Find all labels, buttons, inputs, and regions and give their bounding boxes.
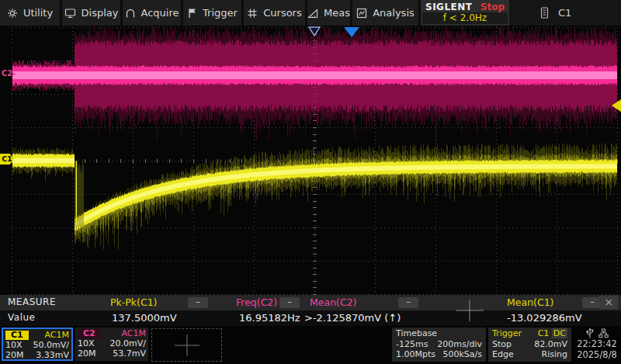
menu-display[interactable]: Display [62,0,123,26]
trigger-slope: Rising [542,349,567,360]
analysis-icon [356,8,367,19]
c1-coupling: AC1M [44,330,69,340]
measure-2-value: 16.95182Hz [239,312,300,324]
cursors-icon [247,8,258,19]
timebase-memory: 1.00Mpts [396,349,435,360]
c2-bandwidth: 20M [78,348,96,359]
menu-trigger[interactable]: Trigger [183,0,244,26]
menu-analysis-label: Analysis [373,7,415,19]
c2-offset: 53.7mV [113,348,146,359]
channel-box-c2[interactable]: C2 AC1M 10X 20.0mV/ 20M 53.7mV [75,328,148,361]
timebase-sample-rate: 500kSa/s [442,349,482,360]
c2-badge: C2 [78,329,101,338]
measure-1-remove-button[interactable]: – [188,297,208,308]
waveform-canvas[interactable] [0,26,621,295]
measure-panel: MEASURE Value Pk-Pk(C1) – 137.5000mV Fre… [0,295,621,326]
trigger-source-indicator: C1 [558,7,571,19]
measure-1-name: Pk-Pk(C1) [110,296,158,308]
waveform-display[interactable]: C2▸ C1 [0,26,621,295]
c2-coupling: AC1M [121,328,146,338]
measure-panel-title: MEASURE [8,296,56,307]
usb-icon [586,328,594,338]
menu-analysis[interactable]: Analysis [352,0,421,26]
menu-meas[interactable]: Meas [307,0,352,26]
gear-icon [7,8,18,19]
menu-display-label: Display [82,7,119,19]
menu-utility-label: Utility [23,7,53,19]
plus-icon [170,333,204,358]
notification-list-icon[interactable] [540,7,549,19]
menu-acquire[interactable]: Acquire [123,0,183,26]
menu-cursors[interactable]: Cursors [244,0,307,26]
brand-status-box: SIGLENT Stop f < 2.0Hz [421,0,509,26]
frequency-counter: f < 2.0Hz [422,12,508,24]
trigger-level-value: 82.0mV [534,339,567,350]
status-bar: C1 AC1M 10X 50.0mV/ 20M 3.33mV C2 AC1M 1… [0,326,621,364]
c2-probe: 10X [78,338,95,348]
menu-bar: Utility Display Acquire Trigger Cursors … [0,0,621,26]
c1-scale: 50.0mV/ [33,340,69,350]
system-date: 2025/8/8 [573,349,621,360]
measure-value-row-label: Value [8,312,35,323]
c1-badge: C1 [5,331,29,340]
system-time: 22:23:42 [573,338,621,349]
measure-close-button[interactable]: × [599,296,618,309]
trigger-position-marker[interactable] [344,27,359,37]
meas-icon [307,8,318,19]
c1-bandwidth: 20M [5,350,24,360]
add-measurement-button[interactable] [455,299,484,322]
menu-meas-label: Meas [324,7,350,19]
trigger-label: Trigger [492,328,522,339]
menu-utility[interactable]: Utility [0,0,62,26]
acquire-icon [125,8,136,19]
timebase-delay: -125ms [396,339,428,350]
horizontal-reference-marker[interactable] [307,26,321,37]
measure-3-value: >-2.125870mV (↑) [304,312,401,324]
menu-acquire-label: Acquire [141,7,179,19]
trigger-coupling: DC [552,328,567,338]
display-icon [64,8,76,19]
timebase-box[interactable]: Timebase -125ms 200ms/div 1.00Mpts 500kS… [392,328,486,362]
acquisition-status-badge[interactable]: Stop [480,2,505,12]
measure-2-remove-button[interactable]: – [279,297,300,308]
measure-2-name: Freq(C2) [236,296,277,308]
menu-trigger-label: Trigger [203,7,238,19]
timebase-label: Timebase [396,328,437,339]
siglent-logo: SIGLENT [425,2,473,12]
system-info: 22:23:42 2025/8/8 [573,328,621,360]
trigger-status: Stop [492,339,512,350]
measure-3-remove-button[interactable]: – [398,297,418,308]
timebase-scale: 200ms/div [437,339,482,350]
lan-icon [598,328,609,338]
channel-box-c1[interactable]: C1 AC1M 10X 50.0mV/ 20M 3.33mV [2,328,73,361]
trigger-source: C1 [538,328,550,338]
measure-1-value: 137.5000mV [112,312,177,324]
trigger-level-marker[interactable] [612,99,621,112]
trigger-box[interactable]: Trigger C1 DC Stop 82.0mV Edge Rising [488,328,571,362]
measure-3-name: Mean(C2) [310,296,357,308]
measure-4-name: Mean(C1) [507,296,554,308]
add-channel-slot[interactable] [151,328,222,362]
trigger-flag-icon [187,8,197,19]
oscilloscope-screen: Utility Display Acquire Trigger Cursors … [0,0,621,364]
measure-4-value: -13.029286mV [507,312,582,324]
c2-scale: 20.0mV/ [110,338,146,348]
c2-position-marker[interactable]: C2▸ [2,69,16,78]
menu-cursors-label: Cursors [263,7,302,19]
c1-offset: 3.33mV [36,350,69,360]
c1-probe: 10X [5,340,23,350]
trigger-type: Edge [492,349,514,360]
